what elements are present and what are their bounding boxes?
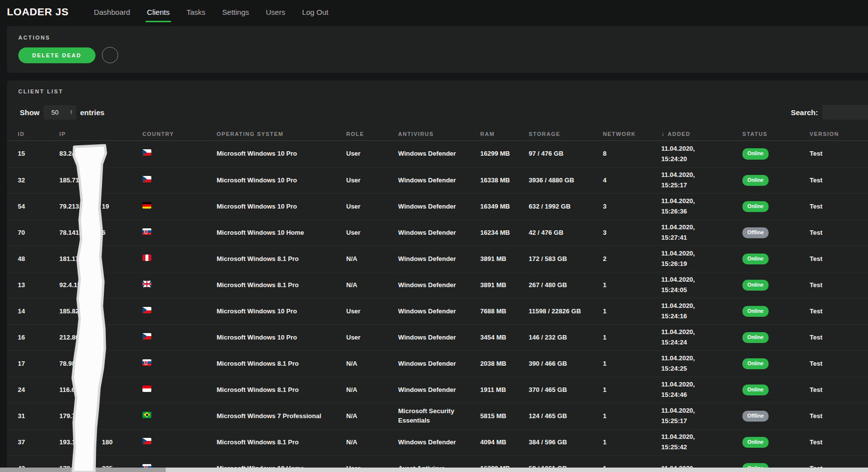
column-header-country[interactable]: COUNTRY — [142, 131, 217, 137]
cell-country — [142, 359, 217, 369]
cell-ip: 185.71.41.23 — [59, 168, 142, 193]
cell-ram: 7688 MB — [480, 307, 529, 316]
country-flag-icon — [142, 333, 151, 340]
cell-added: 11.04.2020, 15:24:05 — [661, 275, 742, 296]
cell-network: 1 — [603, 281, 661, 290]
column-header-antivirus[interactable]: ANTIVIRUS — [398, 131, 480, 137]
entries-select[interactable]: 50 ▲▼ — [44, 105, 76, 120]
column-header-ram[interactable]: RAM — [480, 131, 529, 137]
search-label: Search: — [791, 108, 818, 117]
cell-id: 17 — [18, 359, 59, 369]
cell-status: Online — [742, 358, 810, 369]
cell-network: 4 — [603, 176, 661, 185]
nav-item-users[interactable]: Users — [257, 0, 293, 24]
table-row[interactable]: 37 193.16180 Microsoft Windows 8.1 Pro N… — [7, 429, 868, 455]
cell-antivirus: Windows Defender — [398, 307, 480, 316]
cell-ram: 4094 MB — [480, 438, 529, 447]
column-header-added[interactable]: ↓ADDED — [661, 130, 742, 137]
cell-role: N/A — [346, 359, 398, 369]
table-row[interactable]: 31 179.70. Microsoft Windows 7 Professio… — [7, 403, 868, 429]
nav-item-tasks[interactable]: Tasks — [178, 0, 214, 24]
cell-antivirus: Windows Defender — [398, 438, 480, 447]
delete-dead-button[interactable]: DELETE DEAD — [18, 47, 95, 63]
table-row[interactable]: 32 185.71.41.23 Microsoft Windows 10 Pro… — [7, 167, 868, 193]
column-header-status[interactable]: STATUS — [742, 131, 810, 137]
cell-country — [142, 412, 217, 421]
table-row[interactable]: 24 116.68. Microsoft Windows 8.1 Pro N/A… — [7, 377, 868, 403]
cell-ip: 92.4.153. — [59, 272, 142, 298]
cell-network: 1 — [603, 438, 661, 447]
table-row[interactable]: 14 185.82.2 Microsoft Windows 10 Pro Use… — [7, 298, 868, 324]
cell-id: 48 — [18, 255, 59, 264]
table-header-row: IDIPCOUNTRYOPERATING SYSTEMROLEANTIVIRUS… — [7, 127, 868, 141]
table-row[interactable]: 48 181.176.1 Microsoft Windows 8.1 Pro N… — [7, 246, 868, 272]
nav-item-log-out[interactable]: Log Out — [294, 0, 337, 24]
cell-ram: 16349 MB — [480, 202, 529, 212]
cell-ram: 5815 MB — [480, 412, 529, 421]
status-badge: Online — [742, 306, 769, 317]
horizontal-scrollbar-thumb[interactable] — [0, 468, 166, 472]
cell-country — [142, 228, 217, 238]
status-badge: Online — [742, 437, 769, 448]
column-header-version[interactable]: VERSION — [810, 131, 868, 137]
column-header-role[interactable]: ROLE — [346, 131, 398, 137]
column-header-network[interactable]: NETWORK — [603, 131, 661, 137]
cell-network: 1 — [603, 307, 661, 316]
cell-status: Online — [742, 332, 810, 343]
cell-added: 11.04.2020, 15:24:24 — [661, 327, 742, 348]
status-badge: Online — [742, 148, 769, 159]
column-header-operating-system[interactable]: OPERATING SYSTEM — [217, 131, 346, 137]
cell-ip: 193.16180 — [59, 429, 142, 455]
column-header-ip[interactable]: IP — [59, 131, 142, 137]
cell-network: 8 — [603, 149, 661, 159]
cell-antivirus: Windows Defender — [398, 176, 480, 185]
cell-os: Microsoft Windows 10 Pro — [217, 149, 346, 159]
circle-button[interactable] — [102, 47, 118, 63]
status-badge: Online — [742, 175, 769, 186]
search-control: Search: — [791, 105, 868, 120]
column-header-id[interactable]: ID — [18, 131, 59, 137]
cell-added: 11.04.2020, 15:26:19 — [661, 249, 742, 269]
cell-storage: 390 / 466 GB — [529, 359, 603, 369]
show-label: Show — [20, 108, 40, 117]
table-row[interactable]: 16 212.80.6 Microsoft Windows 10 Pro Use… — [7, 324, 868, 350]
cell-status: Offline — [742, 411, 810, 422]
cell-ip: 83.240. — [59, 141, 142, 167]
nav-item-settings[interactable]: Settings — [214, 0, 257, 24]
column-header-storage[interactable]: STORAGE — [529, 131, 603, 137]
client-list-title: CLIENT LIST — [7, 88, 868, 94]
cell-ram: 1911 MB — [480, 386, 529, 395]
cell-id: 37 — [18, 438, 59, 447]
cell-ram: 3891 MB — [480, 255, 529, 264]
cell-ip: 116.68. — [59, 377, 142, 403]
cell-status: Online — [742, 437, 810, 448]
cell-role: User — [346, 149, 398, 159]
select-arrows-icon: ▲▼ — [70, 110, 73, 115]
cell-id: 16 — [18, 333, 59, 343]
nav-item-clients[interactable]: Clients — [138, 0, 178, 24]
cell-ip: 78.141.106.16 — [59, 220, 142, 246]
table-row[interactable]: 15 83.240. Microsoft Windows 10 Pro User… — [7, 141, 868, 167]
cell-antivirus: Windows Defender — [398, 149, 480, 159]
cell-ram: 3891 MB — [480, 281, 529, 290]
cell-added: 11.04.2020, 15:24:46 — [661, 380, 742, 400]
table-row[interactable]: 17 78.98.16 Microsoft Windows 8.1 Pro N/… — [7, 350, 868, 377]
cell-storage: 42 / 476 GB — [529, 228, 603, 238]
cell-id: 15 — [18, 149, 59, 159]
cell-id: 13 — [18, 281, 59, 290]
cell-network: 3 — [603, 202, 661, 212]
cell-version: Test — [810, 386, 868, 395]
table-row[interactable]: 13 92.4.153. Microsoft Windows 8.1 Pro N… — [7, 272, 868, 298]
search-input[interactable] — [822, 105, 868, 120]
nav-item-dashboard[interactable]: Dashboard — [86, 0, 138, 24]
country-flag-icon — [142, 281, 151, 287]
cell-id: 32 — [18, 176, 59, 185]
cell-os: Microsoft Windows 8.1 Pro — [217, 359, 346, 369]
cell-storage: 172 / 583 GB — [529, 255, 603, 264]
table-row[interactable]: 54 79.213.92.219 Microsoft Windows 10 Pr… — [7, 193, 868, 219]
table-row[interactable]: 70 78.141.106.16 Microsoft Windows 10 Ho… — [7, 219, 868, 246]
cell-network: 1 — [603, 359, 661, 369]
cell-antivirus: Windows Defender — [398, 202, 480, 212]
country-flag-icon — [142, 202, 151, 209]
horizontal-scrollbar[interactable] — [0, 468, 868, 472]
